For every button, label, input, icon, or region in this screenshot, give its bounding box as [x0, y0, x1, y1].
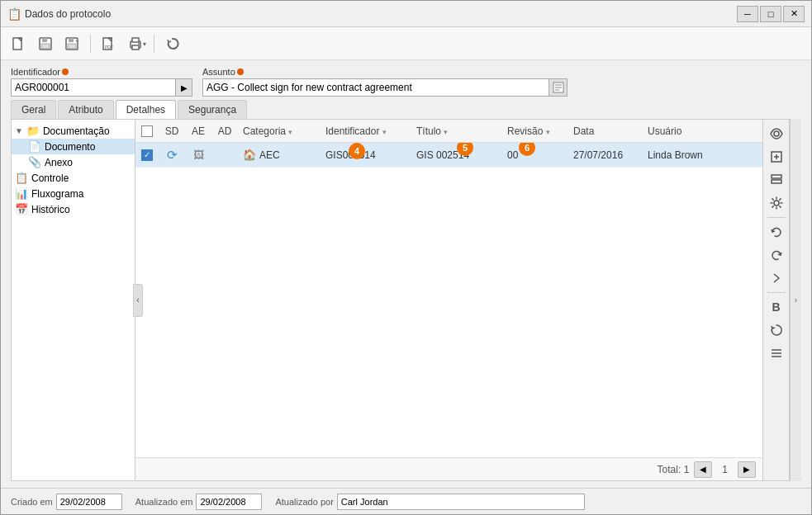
sidebar-settings-button[interactable]: [766, 192, 787, 214]
row-revisao-cell: 00 6: [502, 146, 568, 164]
toolbar: + PDF ▾: [1, 27, 811, 60]
relative-container: ▼ 📁 Documentação 📄 Documento 📎 Anexo 📋 C…: [11, 119, 801, 481]
sidebar-export-button[interactable]: [766, 146, 787, 168]
toolbar-separator-1: [90, 35, 91, 53]
tree-label-anexo: Anexo: [45, 157, 73, 168]
right-panel-collapse-button[interactable]: ›: [790, 119, 801, 481]
svg-point-26: [774, 201, 779, 206]
sidebar-refresh-button[interactable]: [766, 319, 787, 341]
row-checkbox-cell: ✓: [135, 149, 159, 161]
tree-item-anexo[interactable]: 📎 Anexo: [12, 154, 135, 170]
row-checkbox[interactable]: ✓: [141, 149, 153, 161]
subject-label: Assunto: [202, 67, 567, 77]
header-categoria[interactable]: Categoria ▾: [238, 122, 321, 140]
save-as-button[interactable]: +: [60, 32, 83, 55]
updated-by-input[interactable]: [337, 494, 585, 510]
svg-rect-25: [772, 180, 781, 183]
badge-5: 5: [457, 143, 473, 156]
sidebar-list-button[interactable]: [766, 169, 787, 191]
subject-group: Assunto: [202, 67, 567, 97]
row-titulo-cell: GIS 002514 5: [411, 146, 502, 164]
sidebar-view-button[interactable]: [766, 123, 787, 144]
header-sd: SD: [159, 122, 185, 140]
tree-label-documentacao: Documentação: [43, 125, 110, 137]
tree-item-controle[interactable]: 📋 Controle: [12, 170, 135, 186]
save-button[interactable]: [34, 32, 57, 55]
header-checkbox[interactable]: [141, 125, 153, 137]
tree-item-historico[interactable]: 📅 Histórico: [12, 201, 135, 217]
badge-6: 6: [519, 143, 535, 156]
row-identificador-cell: GIS002514 4: [321, 146, 411, 164]
created-input[interactable]: [56, 494, 122, 510]
svg-text:+: +: [75, 38, 78, 43]
right-sidebar: B: [763, 119, 790, 481]
subject-icon-button[interactable]: [549, 78, 567, 97]
tab-atributo[interactable]: Atributo: [58, 100, 113, 119]
identifier-group: Identificador ▶: [11, 67, 192, 97]
sidebar-separator-1: [767, 217, 786, 218]
tab-seguranca[interactable]: Segurança: [178, 100, 247, 119]
table-header: SD AE AD Categoria ▾ Identificador ▾ Tít…: [135, 120, 762, 143]
header-identificador[interactable]: Identificador ▾: [321, 122, 411, 140]
created-label: Criado em: [11, 497, 53, 507]
total-label: Total: 1: [658, 464, 690, 475]
identifier-input[interactable]: [11, 78, 176, 97]
sidebar-redo-button[interactable]: [766, 244, 787, 266]
row-ae-cell: 🖼: [185, 147, 211, 163]
svg-rect-4: [41, 44, 50, 49]
main-window: 📋 Dados do protocolo ─ □ ✕ + PDF ▾: [0, 0, 812, 515]
refresh-button[interactable]: [161, 32, 184, 55]
left-panel-collapse-button[interactable]: ‹: [133, 284, 135, 317]
row-identificador-value: GIS002514 4: [325, 149, 376, 161]
updated-label: Atualizado em: [135, 497, 193, 507]
tree-label-fluxograma: Fluxograma: [31, 188, 83, 200]
svg-rect-6: [69, 38, 74, 42]
next-page-button[interactable]: ▶: [738, 461, 756, 478]
fields-row: Identificador ▶ Assunto: [1, 60, 811, 100]
updated-by-label: Atualizado por: [275, 497, 333, 507]
row-data-cell: 27/07/2016: [568, 146, 643, 164]
header-titulo[interactable]: Título ▾: [411, 122, 502, 140]
tree-label-documento: Documento: [45, 141, 95, 153]
left-panel: ▼ 📁 Documentação 📄 Documento 📎 Anexo 📋 C…: [11, 119, 135, 481]
table-body: ✓ ⟳ 🖼 🏠 AEC: [135, 143, 762, 457]
close-button[interactable]: ✕: [783, 6, 805, 22]
header-revisao[interactable]: Revisão ▾: [502, 122, 568, 140]
row-categoria-value: AEC: [259, 149, 280, 161]
sort-arrow-titulo: ▾: [444, 128, 448, 136]
updated-by-field: Atualizado por: [275, 494, 584, 510]
identifier-arrow-button[interactable]: ▶: [176, 78, 192, 97]
table-row[interactable]: ✓ ⟳ 🖼 🏠 AEC: [135, 143, 762, 168]
updated-input[interactable]: [196, 494, 262, 510]
sidebar-next-button[interactable]: [766, 267, 787, 289]
tab-geral[interactable]: Geral: [11, 100, 56, 119]
historico-icon: 📅: [15, 203, 28, 215]
header-usuario: Usuário: [643, 122, 742, 140]
tree-item-fluxograma[interactable]: 📊 Fluxograma: [12, 186, 135, 201]
maximize-button[interactable]: □: [760, 6, 781, 22]
controle-icon: 📋: [15, 172, 28, 184]
doc-ae-icon: 🖼: [193, 149, 204, 161]
sidebar-bold-button[interactable]: B: [766, 296, 787, 318]
row-sd-cell: ⟳: [159, 146, 185, 164]
title-bar: 📋 Dados do protocolo ─ □ ✕: [1, 1, 811, 27]
svg-rect-24: [772, 175, 781, 178]
updated-field: Atualizado em: [135, 494, 263, 510]
sidebar-undo-button[interactable]: [766, 221, 787, 243]
main-content: ▼ 📁 Documentação 📄 Documento 📎 Anexo 📋 C…: [1, 119, 811, 488]
header-checkbox-col: [135, 125, 159, 137]
tab-detalhes[interactable]: Detalhes: [116, 100, 176, 119]
fluxograma-icon: 📊: [15, 187, 28, 200]
subject-input[interactable]: [202, 78, 549, 97]
new-button[interactable]: [7, 32, 31, 55]
print-button[interactable]: ▾: [124, 32, 147, 55]
tree-item-documento[interactable]: 📄 Documento: [12, 139, 135, 154]
sidebar-menu-button[interactable]: [766, 343, 787, 364]
minimize-button[interactable]: ─: [737, 6, 758, 22]
svg-point-15: [138, 43, 140, 45]
export-button[interactable]: PDF: [97, 32, 121, 55]
page-number: 1: [717, 464, 733, 475]
prev-page-button[interactable]: ◀: [694, 461, 712, 478]
sync-icon: ⟳: [167, 148, 178, 163]
tree-item-documentacao[interactable]: ▼ 📁 Documentação: [12, 123, 135, 139]
